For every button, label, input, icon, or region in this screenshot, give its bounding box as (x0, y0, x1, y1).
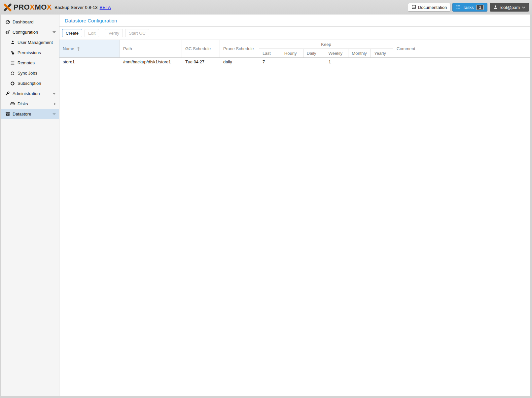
life-ring-icon (10, 81, 15, 86)
sidebar-item-label: User Management (18, 40, 53, 45)
cell-keep-weekly: 1 (325, 59, 349, 64)
logo-part: X (30, 3, 35, 11)
product-version-label: Backup Server 0.8-13 (54, 5, 98, 10)
column-header-keep-yearly[interactable]: Yearly (371, 49, 393, 57)
column-group-keep-label: Keep (259, 40, 393, 49)
cell-prune-schedule: daily (220, 59, 259, 64)
column-header-keep-last[interactable]: Last (259, 49, 281, 57)
column-header-label: Hourly (284, 51, 297, 56)
cell-keep-last: 7 (259, 59, 281, 64)
logo-part: MO (35, 3, 47, 11)
sort-ascending-icon (77, 47, 80, 51)
hdd-icon (10, 101, 15, 107)
column-header-comment[interactable]: Comment (393, 40, 530, 57)
datastore-config-panel: Datastore Configuration Create Edit Veri… (59, 15, 530, 396)
datastore-table: Name Path GC Schedule Prune Schedule (59, 40, 530, 66)
chevron-down-icon (53, 31, 56, 33)
sidebar-item-remotes[interactable]: Remotes (1, 58, 59, 68)
cell-path: /mnt/backup/disk1/store1 (120, 59, 182, 64)
chevron-down-icon (522, 5, 525, 10)
column-header-label: Monthly (352, 51, 367, 56)
sidebar-item-sync-jobs[interactable]: Sync Jobs (1, 68, 59, 78)
column-header-name[interactable]: Name (59, 40, 120, 57)
user-menu-button[interactable]: root@pam (490, 3, 529, 12)
column-header-label: Daily (307, 51, 316, 56)
page-title: Datastore Configuration (59, 15, 530, 27)
column-header-label: Path (123, 46, 132, 51)
sidebar-item-label: Administration (13, 91, 40, 96)
column-header-label: Last (263, 51, 271, 56)
column-header-keep-weekly[interactable]: Weekly (325, 49, 349, 57)
documentation-button[interactable]: Documentation (408, 3, 450, 12)
column-header-label: GC Schedule (185, 46, 211, 51)
user-menu-label: root@pam (500, 5, 520, 10)
sidebar-item-configuration[interactable]: Configuration (1, 27, 59, 37)
cell-name: store1 (59, 59, 120, 64)
user-icon (10, 40, 15, 45)
sidebar-item-label: Dashboard (13, 19, 34, 24)
chevron-down-icon (53, 113, 56, 115)
column-header-label: Keep (321, 42, 331, 47)
tasks-count-badge: 1 (476, 5, 484, 10)
task-list-icon (456, 5, 461, 10)
verify-button[interactable]: Verify (105, 29, 123, 37)
unlock-icon (10, 50, 15, 55)
column-header-label: Yearly (374, 51, 386, 56)
sidebar-nav: Dashboard Configuration User Management (1, 15, 59, 396)
column-header-path[interactable]: Path (120, 40, 182, 57)
book-icon (411, 5, 416, 10)
sidebar-item-label: Subscription (18, 81, 41, 86)
tasks-button[interactable]: Tasks 1 (452, 3, 487, 12)
sidebar-item-label: Datastore (13, 112, 31, 116)
proxmox-logo-text: PROXMOX (14, 3, 52, 12)
documentation-button-label: Documentation (418, 5, 447, 10)
sidebar-item-label: Disks (18, 101, 28, 106)
chevron-right-icon (54, 102, 56, 106)
edit-button[interactable]: Edit (85, 29, 99, 37)
toolbar-separator (102, 31, 102, 36)
tachometer-icon (5, 19, 10, 25)
archive-icon (5, 112, 10, 117)
keep-subcolumns: Last Hourly Daily Weekly Monthly Yearly (259, 49, 393, 57)
list-bars-icon (10, 60, 15, 66)
user-icon (493, 5, 498, 10)
content-frame: Dashboard Configuration User Management (0, 15, 532, 398)
column-header-keep-monthly[interactable]: Monthly (348, 49, 371, 57)
proxmox-backup-app: PROXMOX Backup Server 0.8-13 BETA Docume… (0, 0, 532, 398)
column-header-label: Prune Schedule (223, 46, 254, 51)
sidebar-item-permissions[interactable]: Permissions (1, 48, 59, 58)
tasks-button-label: Tasks (463, 5, 474, 10)
gears-icon (5, 30, 10, 35)
toolbar: Create Edit Verify Start GC (59, 27, 530, 40)
column-header-label: Name (63, 46, 74, 51)
column-header-keep-hourly[interactable]: Hourly (281, 49, 303, 57)
column-group-keep: Keep Last Hourly Daily Weekly Monthly Ye… (259, 40, 393, 57)
proxmox-logo: PROXMOX (3, 3, 52, 12)
column-header-keep-daily[interactable]: Daily (303, 49, 325, 57)
sidebar-item-administration[interactable]: Administration (1, 88, 59, 99)
create-button[interactable]: Create (62, 29, 82, 37)
column-header-label: Comment (397, 46, 415, 51)
sidebar-item-subscription[interactable]: Subscription (1, 78, 59, 88)
sidebar-item-disks[interactable]: Disks (1, 99, 59, 109)
sidebar-item-label: Remotes (18, 60, 35, 65)
logo-part: PRO (14, 3, 30, 11)
chevron-down-icon (53, 93, 56, 95)
sidebar-item-datastore[interactable]: Datastore (1, 109, 59, 119)
proxmox-x-icon (3, 3, 12, 12)
sidebar-item-label: Permissions (18, 50, 41, 55)
sidebar-item-user-management[interactable]: User Management (1, 37, 59, 48)
logo-part: X (47, 3, 52, 11)
cell-gc-schedule: Tue 04:27 (182, 59, 220, 64)
sidebar-item-dashboard[interactable]: Dashboard (1, 17, 59, 27)
sidebar-item-label: Configuration (13, 30, 38, 35)
sync-icon (10, 71, 15, 76)
column-header-label: Weekly (329, 51, 342, 56)
beta-link[interactable]: BETA (100, 5, 111, 10)
column-header-prune-schedule[interactable]: Prune Schedule (220, 40, 259, 57)
top-header: PROXMOX Backup Server 0.8-13 BETA Docume… (0, 0, 532, 15)
start-gc-button[interactable]: Start GC (125, 29, 149, 37)
sidebar-item-label: Sync Jobs (18, 71, 37, 76)
column-header-gc-schedule[interactable]: GC Schedule (182, 40, 220, 57)
table-row[interactable]: store1 /mnt/backup/disk1/store1 Tue 04:2… (59, 58, 530, 66)
